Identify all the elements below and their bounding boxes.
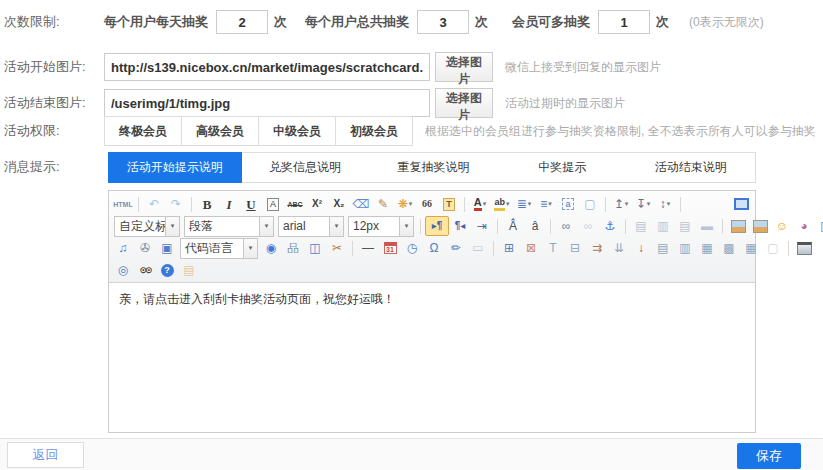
undo-icon[interactable]: ↶	[143, 194, 165, 214]
save-button[interactable]: 保存	[737, 443, 801, 469]
font-family-select[interactable]: arial▾	[278, 216, 344, 237]
tab-redeem-info[interactable]: 兑奖信息说明	[241, 153, 370, 182]
table-title-icon[interactable]: T	[542, 238, 564, 258]
insert-row-icon[interactable]: ⇉	[586, 238, 608, 258]
image-upload-icon[interactable]	[749, 216, 771, 236]
search-replace-icon[interactable]: ⊙⊙	[134, 260, 156, 280]
font-border-icon[interactable]: A	[262, 194, 284, 214]
ordered-list-icon[interactable]: ≣▾	[513, 194, 535, 214]
back-button[interactable]: 返回	[7, 442, 84, 468]
anchor-box-icon[interactable]: a	[557, 194, 579, 214]
blockquote-icon[interactable]: 66	[416, 194, 438, 214]
blank-doc-icon[interactable]: ▢	[579, 194, 601, 214]
font-color-icon[interactable]: A▾	[469, 194, 491, 214]
format-painter-icon[interactable]: ✎	[372, 194, 394, 214]
daily-draws-input[interactable]	[216, 10, 268, 34]
merge-cells-icon[interactable]: ⊟	[564, 238, 586, 258]
paragraph-select[interactable]: 段落▾	[184, 216, 274, 237]
total-draws-input[interactable]	[417, 10, 469, 34]
redo-icon[interactable]: ↷	[165, 194, 187, 214]
end-image-input[interactable]	[104, 89, 430, 117]
scrawl-icon[interactable]: ◕	[793, 216, 815, 236]
member-group-middle[interactable]: 中级会员	[258, 116, 336, 146]
time-icon[interactable]: ◷	[401, 238, 423, 258]
paste-plain-icon[interactable]: T	[438, 194, 460, 214]
source-html-icon[interactable]: HTML	[112, 194, 134, 214]
unlink-icon[interactable]: ∞	[577, 216, 599, 236]
attachment-icon[interactable]: ✇	[134, 238, 156, 258]
insert-image-icon[interactable]	[727, 216, 749, 236]
direction-ltr-icon[interactable]: ▸¶	[425, 216, 449, 236]
help-icon[interactable]: ?	[156, 260, 178, 280]
image-align-none-icon[interactable]: ▬	[696, 216, 718, 236]
bold-icon[interactable]: B	[196, 194, 218, 214]
screenshot-icon[interactable]: ✂	[326, 238, 348, 258]
image-align-left-icon[interactable]: ▤	[630, 216, 652, 236]
toolbar-separator	[605, 197, 606, 212]
superscript-icon[interactable]: X²	[306, 194, 328, 214]
member-group-junior[interactable]: 初级会员	[335, 116, 413, 146]
fullscreen-icon[interactable]	[730, 194, 752, 214]
table-layout-center-icon[interactable]: ▦	[696, 238, 718, 258]
table-layout-full-icon[interactable]: ▩	[718, 238, 740, 258]
emotion-icon[interactable]: ☺	[771, 216, 793, 236]
tab-activity-end[interactable]: 活动结束说明	[626, 153, 755, 182]
chart-icon[interactable]: 品	[282, 238, 304, 258]
page-break-icon[interactable]: ▢	[762, 238, 784, 258]
subscript-icon[interactable]: X₂	[328, 194, 350, 214]
date-icon[interactable]: 31	[379, 238, 401, 258]
link-icon[interactable]: ∞	[555, 216, 577, 236]
paste-icon[interactable]: ▤	[178, 260, 200, 280]
music-icon[interactable]: ♫	[112, 238, 134, 258]
indent-icon[interactable]: ⇥	[471, 216, 493, 236]
paragraph-space-after-icon[interactable]: ↧▾	[632, 194, 654, 214]
member-extra-draws-input[interactable]	[598, 10, 650, 34]
image-align-center-icon[interactable]: ▥	[652, 216, 674, 236]
unordered-list-icon[interactable]: ≡▾	[535, 194, 557, 214]
format-clear-icon[interactable]: ⌫	[350, 194, 372, 214]
paragraph-space-before-icon[interactable]: ↥▾	[610, 194, 632, 214]
edit-note-icon[interactable]: ✏	[445, 238, 467, 258]
table-layout-right-icon[interactable]: ▥	[674, 238, 696, 258]
insert-frame-icon[interactable]: ▣	[156, 238, 178, 258]
form-icon[interactable]: ▭	[467, 238, 489, 258]
italic-icon[interactable]: I	[218, 194, 240, 214]
code-language-select[interactable]: 代码语言▾	[180, 238, 258, 259]
auto-typeset-icon[interactable]: ❋▾	[394, 194, 416, 214]
columns-icon[interactable]: ◫	[304, 238, 326, 258]
background-color-icon[interactable]: ab▾	[491, 194, 513, 214]
font-size-select[interactable]: 12px▾	[348, 216, 414, 237]
direction-rtl-icon[interactable]: ¶◂	[449, 216, 471, 236]
underline-icon[interactable]: U	[240, 194, 262, 214]
table-layout-left-icon[interactable]: ▤	[652, 238, 674, 258]
tab-win-tip[interactable]: 中奖提示	[498, 153, 627, 182]
strikethrough-icon[interactable]: ABC	[284, 194, 306, 214]
print-icon[interactable]	[793, 238, 815, 258]
delete-row-icon[interactable]: ↓	[630, 238, 652, 258]
uppercase-icon[interactable]: Â	[502, 216, 524, 236]
start-image-input[interactable]	[104, 53, 430, 81]
total-draws-unit: 次	[475, 13, 488, 31]
start-image-pick-button[interactable]: 选择图片	[435, 52, 493, 82]
member-group-senior[interactable]: 高级会员	[181, 116, 259, 146]
map-icon[interactable]: ◉	[260, 238, 282, 258]
tab-repeat-draw[interactable]: 重复抽奖说明	[369, 153, 498, 182]
image-align-right-icon[interactable]: ▤	[674, 216, 696, 236]
insert-col-icon[interactable]: ⇊	[608, 238, 630, 258]
end-image-pick-button[interactable]: 选择图片	[435, 88, 493, 118]
member-group-ultimate[interactable]: 终极会员	[104, 116, 182, 146]
horizontal-rule-icon[interactable]: —	[357, 238, 379, 258]
delete-table-icon[interactable]: ⊠	[520, 238, 542, 258]
insert-video-icon[interactable]: ▥	[815, 216, 823, 236]
preview-icon[interactable]: ◎	[112, 260, 134, 280]
line-spacing-icon[interactable]: ↕▾	[654, 194, 676, 214]
lowercase-icon[interactable]: â	[524, 216, 546, 236]
toolbar-separator	[625, 219, 626, 234]
tab-activity-start-tip[interactable]: 活动开始提示说明	[108, 152, 242, 183]
editor-content[interactable]: 亲，请点击进入刮刮卡抽奖活动页面，祝您好运哦！	[109, 283, 755, 432]
style-select[interactable]: 自定义标题▾	[114, 216, 180, 237]
insert-table-icon[interactable]: ⊞	[498, 238, 520, 258]
table-layout-grid-icon[interactable]: ▦	[740, 238, 762, 258]
anchor-icon[interactable]: ⚓	[599, 216, 621, 236]
special-char-icon[interactable]: Ω	[423, 238, 445, 258]
